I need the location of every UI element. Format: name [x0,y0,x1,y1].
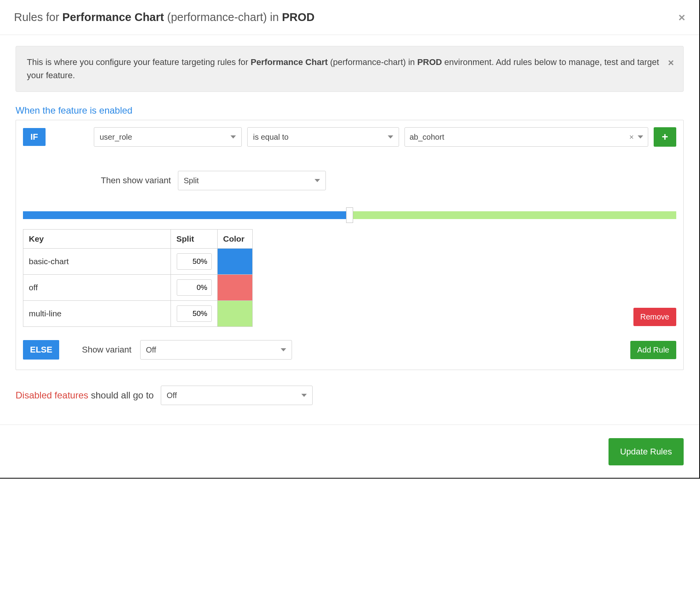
disabled-features-row: Disabled features should all go to Off [16,386,684,405]
modal-body: This is where you configure your feature… [0,35,699,409]
close-icon[interactable]: × [678,12,685,23]
modal-header: Rules for Performance Chart (performance… [0,0,699,35]
else-badge: ELSE [23,340,59,360]
split-input[interactable] [177,305,212,322]
chevron-down-icon [281,348,286,351]
variant-mode-value: Split [184,176,199,185]
value-multiselect[interactable]: ab_cohort × [405,127,648,147]
cell-key: off [23,275,171,301]
title-feature: Performance Chart [62,11,164,23]
operator-select[interactable]: is equal to [247,127,399,147]
update-rules-button[interactable]: Update Rules [609,438,684,465]
condition-row: IF user_role is equal to ab_cohort × + [23,127,676,147]
chevron-down-icon [301,394,307,397]
split-input[interactable] [177,253,212,270]
then-label: Then show variant [101,175,171,186]
variant-mode-select[interactable]: Split [178,171,326,190]
color-swatch [218,249,252,274]
banner-mid: (performance-chart) in [328,57,417,67]
else-variant-select[interactable]: Off [140,340,292,360]
modal-footer: Update Rules [0,425,699,473]
value-tag: ab_cohort [410,133,629,142]
then-row: Then show variant Split [101,171,676,190]
section-enabled-title: When the feature is enabled [16,105,684,116]
disabled-variant-value: Off [167,391,177,400]
remove-rule-button[interactable]: Remove [633,308,676,326]
title-prefix: Rules for [14,11,62,23]
col-color: Color [218,230,253,249]
slider-segment-basic-chart [23,211,350,219]
disabled-rest: should all go to [88,390,154,400]
info-banner: This is where you configure your feature… [16,46,684,92]
dismiss-banner-icon[interactable]: × [668,55,674,70]
table-row: off [23,275,253,301]
attribute-select[interactable]: user_role [94,127,242,147]
cell-key: basic-chart [23,249,171,275]
if-badge: IF [23,128,46,146]
slider-handle[interactable] [346,207,353,223]
rules-modal: Rules for Performance Chart (performance… [0,0,700,479]
chevron-down-icon [230,135,236,139]
disabled-red: Disabled features [16,390,88,400]
else-variant-value: Off [146,346,156,354]
table-row: multi-line [23,301,253,327]
col-split: Split [171,230,218,249]
else-row: ELSE Show variant Off Add Rule [23,340,676,360]
modal-title: Rules for Performance Chart (performance… [14,11,315,24]
banner-env: PROD [417,57,442,67]
attribute-value: user_role [100,133,132,142]
split-table-row: Key Split Color basic-chart off [23,219,676,327]
split-input[interactable] [177,279,212,296]
disabled-variant-select[interactable]: Off [161,386,313,405]
color-swatch [218,275,252,300]
title-env: PROD [282,11,315,23]
split-slider[interactable] [23,211,676,219]
chevron-down-icon [315,179,320,182]
add-rule-button[interactable]: Add Rule [630,341,676,359]
title-slug: (performance-chart) in [164,11,282,23]
table-row: basic-chart [23,249,253,275]
banner-feature: Performance Chart [251,57,328,67]
banner-pre: This is where you configure your feature… [27,57,251,67]
add-condition-button[interactable]: + [654,127,676,147]
chevron-down-icon [638,135,643,139]
cell-key: multi-line [23,301,171,327]
clear-value-icon[interactable]: × [629,133,634,142]
color-swatch [218,301,252,326]
operator-value: is equal to [253,133,288,142]
split-table: Key Split Color basic-chart off [23,229,253,327]
slider-segment-multi-line [350,211,676,219]
else-show-label: Show variant [82,345,131,355]
col-key: Key [23,230,171,249]
rule-container: IF user_role is equal to ab_cohort × + T… [16,120,684,370]
chevron-down-icon [388,135,393,139]
